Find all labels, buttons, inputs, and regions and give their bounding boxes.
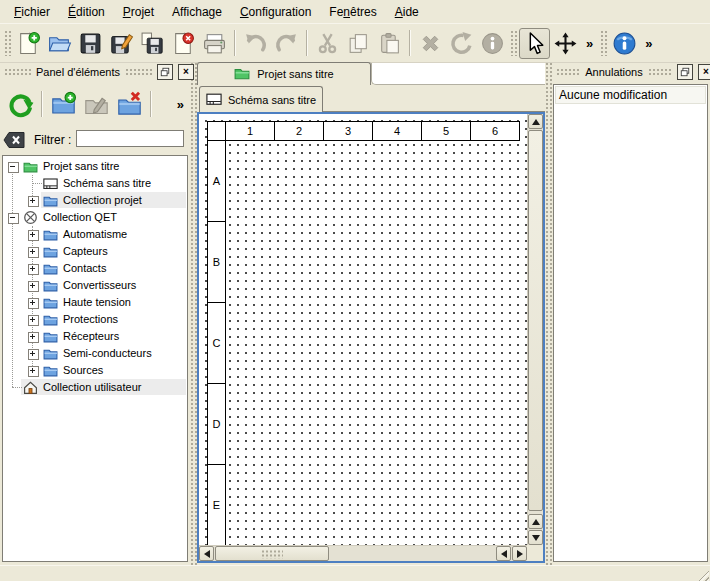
- about-button[interactable]: [609, 28, 640, 59]
- horizontal-scroll-thumb[interactable]: [215, 546, 329, 561]
- schema-canvas[interactable]: 1 2 3 4 5 6 A B C D E: [199, 114, 527, 545]
- expander-plus[interactable]: [28, 332, 39, 343]
- expander-plus[interactable]: [28, 366, 39, 377]
- save-all-icon: [140, 31, 165, 56]
- scroll-down-button[interactable]: [528, 530, 543, 545]
- scroll-left-button-2[interactable]: [496, 546, 511, 561]
- horizontal-scrollbar[interactable]: [199, 545, 527, 561]
- scroll-up-button-2[interactable]: [528, 514, 543, 529]
- expander-plus[interactable]: [28, 281, 39, 292]
- menu-aide[interactable]: Aide: [386, 2, 428, 22]
- menu-fichier[interactable]: Fichier: [5, 2, 59, 22]
- close-panel-button[interactable]: ×: [178, 64, 194, 80]
- undo-history-list[interactable]: Aucune modification: [553, 84, 708, 562]
- toolbar-drag-handle[interactable]: [510, 30, 517, 56]
- tab-schema-sans-titre[interactable]: Schéma sans titre: [199, 86, 323, 112]
- float-panel-button[interactable]: [157, 64, 173, 80]
- elements-tree[interactable]: Projet sans titre Schéma sans titre Coll…: [2, 155, 188, 562]
- expander-plus[interactable]: [28, 230, 39, 241]
- scroll-right-button[interactable]: [512, 546, 527, 561]
- close-file-button[interactable]: [168, 28, 199, 59]
- undo-button[interactable]: [240, 28, 271, 59]
- tree-item-capteurs[interactable]: Capteurs: [3, 243, 186, 260]
- menu-edition[interactable]: Édition: [59, 2, 114, 22]
- tree-item-collection-projet[interactable]: Collection projet: [3, 192, 186, 209]
- paste-button[interactable]: [374, 28, 405, 59]
- tree-item-collection-utilisateur[interactable]: Collection utilisateur: [3, 379, 186, 396]
- tree-item-automatisme[interactable]: Automatisme: [3, 226, 186, 243]
- menu-configuration[interactable]: Configuration: [231, 2, 320, 22]
- delete-category-button[interactable]: [113, 88, 146, 121]
- expander-plus[interactable]: [28, 298, 39, 309]
- vertical-scrollbar[interactable]: [527, 114, 543, 545]
- tree-item-label: Haute tension: [63, 296, 131, 308]
- tree-item-projet-sans-titre[interactable]: Projet sans titre: [3, 158, 186, 175]
- cut-icon: [315, 31, 340, 56]
- dock-handle[interactable]: [4, 68, 31, 76]
- new-file-button[interactable]: [13, 28, 44, 59]
- tree-item-label: Semi-conducteurs: [63, 347, 152, 359]
- reload-collections-button[interactable]: [4, 88, 37, 121]
- copy-button[interactable]: [343, 28, 374, 59]
- tab-label: Schéma sans titre: [228, 94, 316, 106]
- expander-plus[interactable]: [28, 349, 39, 360]
- undo-list-item[interactable]: Aucune modification: [555, 86, 706, 104]
- tree-item-convertisseurs[interactable]: Convertisseurs: [3, 277, 186, 294]
- tree-item-haute-tension[interactable]: Haute tension: [3, 294, 186, 311]
- menu-affichage[interactable]: Affichage: [163, 2, 231, 22]
- rotate-button[interactable]: [446, 28, 477, 59]
- tree-item-collection-qet[interactable]: Collection QET: [3, 209, 186, 226]
- left-splitter-handle[interactable]: [190, 62, 197, 565]
- elements-panel-titlebar[interactable]: Panel d'éléments ×: [0, 62, 198, 82]
- expander-plus[interactable]: [28, 196, 39, 207]
- close-panel-button[interactable]: ×: [698, 64, 710, 80]
- dock-handle[interactable]: [556, 68, 580, 76]
- dock-handle[interactable]: [648, 68, 672, 76]
- save-as-button[interactable]: [106, 28, 137, 59]
- expander-plus[interactable]: [28, 315, 39, 326]
- resize-grip[interactable]: [696, 568, 709, 581]
- tree-item-label: Convertisseurs: [63, 279, 136, 291]
- expander-plus[interactable]: [28, 264, 39, 275]
- copy-icon: [346, 31, 371, 56]
- delete-button[interactable]: [415, 28, 446, 59]
- toolbar-overflow-button[interactable]: »: [640, 36, 657, 51]
- toolbar-drag-handle[interactable]: [4, 30, 11, 56]
- toolbar-overflow-button[interactable]: »: [581, 36, 598, 51]
- tree-item-sources[interactable]: Sources: [3, 362, 186, 379]
- cut-button[interactable]: [312, 28, 343, 59]
- menu-fenetres[interactable]: Fenêtres: [320, 2, 385, 22]
- expander-minus[interactable]: [8, 213, 19, 224]
- save-all-button[interactable]: [137, 28, 168, 59]
- save-button[interactable]: [75, 28, 106, 59]
- redo-button[interactable]: [271, 28, 302, 59]
- dock-handle[interactable]: [125, 68, 152, 76]
- panel-toolbar-overflow-button[interactable]: »: [172, 97, 189, 112]
- right-splitter-handle[interactable]: [545, 62, 553, 565]
- tree-item-semi-conducteurs[interactable]: Semi-conducteurs: [3, 345, 186, 362]
- clear-filter-button[interactable]: [3, 131, 26, 149]
- toolbar-drag-handle[interactable]: [600, 30, 607, 56]
- select-mode-button[interactable]: [519, 28, 550, 59]
- edit-category-button[interactable]: [80, 88, 113, 121]
- new-category-button[interactable]: [47, 88, 80, 121]
- tree-item-protections[interactable]: Protections: [3, 311, 186, 328]
- expander-minus[interactable]: [8, 162, 19, 173]
- filter-input[interactable]: [76, 130, 184, 147]
- menu-projet[interactable]: Projet: [114, 2, 163, 22]
- open-file-button[interactable]: [44, 28, 75, 59]
- scroll-left-button[interactable]: [199, 546, 214, 561]
- tree-item-schema-sans-titre[interactable]: Schéma sans titre: [3, 175, 186, 192]
- expander-plus[interactable]: [28, 247, 39, 258]
- vertical-scroll-thumb[interactable]: [528, 130, 543, 511]
- print-button[interactable]: [199, 28, 230, 59]
- scroll-up-button[interactable]: [528, 114, 543, 129]
- tab-projet-sans-titre[interactable]: Projet sans titre: [197, 62, 371, 85]
- menu-bar: Fichier Édition Projet Affichage Configu…: [0, 0, 710, 23]
- tree-item-contacts[interactable]: Contacts: [3, 260, 186, 277]
- move-mode-button[interactable]: [550, 28, 581, 59]
- float-panel-button[interactable]: [677, 64, 693, 80]
- element-info-button[interactable]: [477, 28, 508, 59]
- undo-panel-titlebar[interactable]: Annulations ×: [552, 62, 710, 82]
- tree-item-recepteurs[interactable]: Récepteurs: [3, 328, 186, 345]
